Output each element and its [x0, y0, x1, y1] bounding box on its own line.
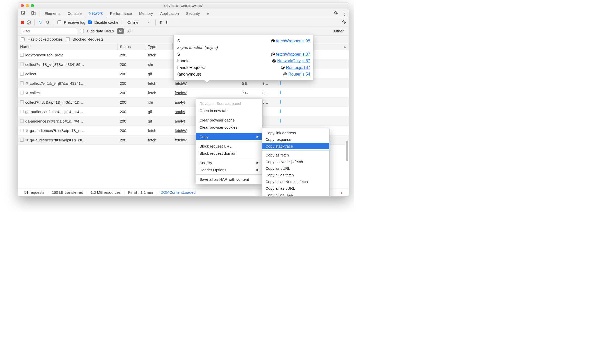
request-type: fetch: [146, 81, 173, 86]
menu-item[interactable]: Block request domain: [196, 150, 262, 157]
request-time: 5…: [260, 100, 278, 104]
row-checkbox[interactable]: [20, 110, 24, 113]
table-row[interactable]: ga-audiences?t=sr&aip=1&_r=4…200gifanaly…: [18, 116, 349, 126]
tab-application[interactable]: Application: [157, 9, 182, 18]
clear-icon[interactable]: [27, 20, 31, 25]
search-icon[interactable]: [45, 20, 50, 25]
tab-console[interactable]: Console: [64, 9, 85, 18]
stack-frame-src[interactable]: @ NetworkOnly.js:67: [272, 59, 310, 63]
menu-item-label: Block request domain: [200, 151, 236, 155]
chevron-right-icon: ▶: [256, 135, 259, 138]
tab-elements[interactable]: Elements: [41, 9, 64, 18]
chevron-right-icon: ▶: [256, 161, 259, 164]
record-icon[interactable]: [21, 21, 24, 24]
hide-data-urls-checkbox[interactable]: [80, 29, 84, 33]
device-icon[interactable]: [28, 11, 39, 16]
menu-item-label: Open in new tab: [200, 108, 227, 113]
disable-cache-checkbox[interactable]: [88, 20, 92, 24]
request-name: ga-audiences?t=sr&aip=1&_r=4…: [25, 119, 83, 123]
throttling-select[interactable]: Online ▼: [126, 20, 151, 25]
table-row[interactable]: ga-audiences?t=sr&aip=1&_r=4…200gifanaly…: [18, 107, 349, 116]
request-size: 5 B: [240, 81, 260, 86]
row-checkbox[interactable]: [20, 53, 24, 57]
menu-item[interactable]: Copy all as cURL: [262, 185, 329, 191]
tab-security[interactable]: Security: [182, 9, 203, 18]
request-waterfall: [278, 81, 349, 86]
request-initiator[interactable]: fetchW: [173, 91, 240, 95]
col-name[interactable]: Name: [18, 43, 118, 50]
preserve-log-checkbox[interactable]: [57, 20, 61, 24]
row-checkbox[interactable]: [20, 81, 24, 85]
tab-memory[interactable]: Memory: [135, 9, 156, 18]
upload-har-icon[interactable]: ⬆︎: [159, 20, 162, 25]
inspect-icon[interactable]: [18, 11, 28, 16]
filter-all-pill[interactable]: All: [117, 28, 124, 34]
menu-item[interactable]: Copy▶: [196, 133, 262, 140]
row-checkbox[interactable]: [20, 129, 24, 132]
status-load: s: [337, 190, 346, 195]
col-status[interactable]: Status: [118, 43, 146, 50]
tab-performance[interactable]: Performance: [107, 9, 136, 18]
filter-xhr[interactable]: XH: [127, 29, 132, 33]
row-checkbox[interactable]: [20, 100, 24, 104]
stack-frame-src[interactable]: @ fetchWrapper.js:37: [271, 52, 310, 57]
row-checkbox[interactable]: [20, 119, 24, 123]
menu-item[interactable]: Save all as HAR with content: [196, 176, 262, 183]
gear-icon[interactable]: [331, 10, 340, 16]
traffic-lights: [21, 4, 34, 7]
menu-item[interactable]: Open in new tab: [196, 107, 262, 114]
menu-item[interactable]: Block request URL: [196, 142, 262, 150]
request-name: ga-audiences?t=sr&aip=1&_r=…: [30, 128, 86, 133]
gear-icon[interactable]: [342, 20, 346, 25]
menu-item[interactable]: Clear browser cookies: [196, 124, 262, 131]
menu-item-label: Reveal in Sources panel: [200, 101, 241, 106]
stack-frame-label: async function (async): [177, 45, 218, 50]
filter-other[interactable]: Other: [334, 29, 344, 33]
request-name: collect?v=1&_v=j87&a=4334189…: [25, 62, 84, 67]
row-checkbox[interactable]: [20, 91, 24, 94]
menu-item[interactable]: Copy as cURL: [262, 165, 329, 172]
blocked-requests-checkbox[interactable]: [66, 37, 70, 41]
row-checkbox[interactable]: [20, 63, 24, 66]
menu-item[interactable]: Copy all as Node.js fetch: [262, 178, 329, 185]
menu-item[interactable]: Clear browser cache: [196, 116, 262, 124]
request-waterfall: [278, 100, 349, 104]
download-har-icon[interactable]: ⬇︎: [165, 20, 168, 25]
tab-network[interactable]: Network: [85, 9, 107, 18]
menu-item[interactable]: Header Options▶: [196, 166, 262, 173]
menu-item[interactable]: Copy link address: [262, 129, 329, 136]
filter-input[interactable]: [21, 28, 77, 34]
status-finish: Finish: 1.1 min: [124, 190, 157, 195]
divider: [155, 19, 156, 26]
zoom-icon[interactable]: [31, 4, 34, 7]
tab-more[interactable]: »: [203, 9, 213, 18]
stack-frame-src[interactable]: @ Router.js:187: [281, 65, 310, 70]
chevron-down-icon: ▼: [148, 21, 150, 24]
kebab-icon[interactable]: ⋮: [340, 11, 349, 16]
stack-frame-src[interactable]: @ Router.js:54: [283, 72, 310, 77]
menu-item[interactable]: Copy stacktrace: [262, 143, 329, 149]
close-icon[interactable]: [21, 4, 24, 7]
row-checkbox[interactable]: [20, 138, 24, 142]
request-status: 200: [118, 62, 146, 67]
has-blocked-cookies-checkbox[interactable]: [21, 37, 25, 41]
menu-item[interactable]: Copy all as fetch: [262, 172, 329, 178]
menu-item[interactable]: Copy as Node.js fetch: [262, 158, 329, 165]
minimize-icon[interactable]: [26, 4, 29, 7]
stack-frame-src[interactable]: @ fetchWrapper.js:98: [271, 39, 310, 43]
network-toolbar: Preserve log Disable cache Online ▼ ⬆︎ ⬇…: [18, 18, 349, 27]
titlebar: DevTools - web.dev/vitals/: [18, 3, 349, 9]
menu-item[interactable]: Sort By▶: [196, 159, 262, 166]
scrollbar-thumb[interactable]: [346, 141, 348, 161]
menu-item[interactable]: Copy as fetch: [262, 152, 329, 158]
col-type[interactable]: Type: [146, 43, 173, 50]
filter-icon[interactable]: [38, 20, 43, 25]
row-checkbox[interactable]: [20, 72, 24, 76]
table-row[interactable]: collect?t=dc&aip=1&_r=3&v=1&…200xhranaly…: [18, 98, 349, 107]
menu-item[interactable]: Copy all as HAR: [262, 191, 329, 197]
menu-item[interactable]: Copy response: [262, 136, 329, 143]
blocked-requests-label: Blocked Requests: [73, 37, 104, 41]
gear-icon: ⚙: [25, 91, 28, 95]
request-name: collect: [25, 72, 36, 76]
table-row[interactable]: ⚙collect200fetchfetchW7 B9…: [18, 88, 349, 98]
